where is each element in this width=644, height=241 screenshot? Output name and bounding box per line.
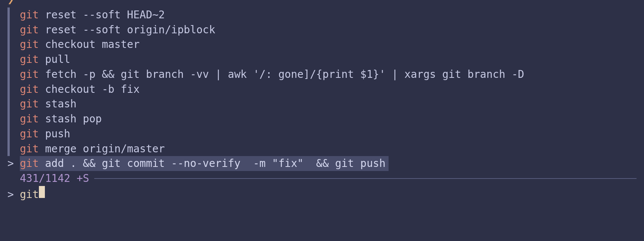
- empty-prompt-line: ❯: [7, 0, 644, 7]
- history-args: checkout master: [39, 38, 140, 51]
- history-item[interactable]: git reset --soft origin/ipblock: [20, 22, 644, 37]
- prompt-chevron-icon: ❯: [7, 0, 14, 7]
- history-args: stash: [39, 98, 77, 110]
- history-cmd: git: [20, 68, 39, 80]
- history-item[interactable]: git reset --soft HEAD~2: [20, 7, 644, 22]
- history-item[interactable]: git fetch -p && git branch -vv | awk '/:…: [20, 67, 644, 82]
- history-item[interactable]: git stash: [20, 97, 644, 112]
- history-item[interactable]: git stash pop: [20, 112, 644, 126]
- history-cmd: git: [20, 143, 39, 155]
- history-cmd: git: [20, 53, 39, 65]
- selected-args: add . && git commit --no-verify -m "fix"…: [39, 157, 386, 170]
- history-item[interactable]: git merge origin/master: [20, 141, 644, 156]
- selection-marker-icon: >: [7, 156, 20, 171]
- history-item[interactable]: git pull: [20, 52, 644, 67]
- selected-cmd: git: [20, 157, 39, 170]
- history-counter-line: 431/1142 +S: [7, 171, 644, 186]
- history-cmd: git: [20, 128, 39, 140]
- history-args: stash pop: [39, 113, 102, 125]
- history-cmd: git: [20, 98, 39, 110]
- horizontal-rule: [94, 178, 637, 179]
- history-cmd: git: [20, 83, 39, 95]
- history-cmd: git: [20, 113, 39, 125]
- search-input-line[interactable]: > git: [7, 186, 644, 202]
- history-args: reset --soft origin/ipblock: [39, 24, 215, 36]
- history-args: push: [39, 128, 70, 140]
- history-item[interactable]: git checkout -b fix: [20, 82, 644, 97]
- selected-history-item[interactable]: > git add . && git commit --no-verify -m…: [7, 156, 644, 171]
- history-args: reset --soft HEAD~2: [39, 9, 165, 21]
- history-cmd: git: [20, 24, 39, 36]
- history-item[interactable]: git checkout master: [20, 37, 644, 52]
- history-args: pull: [39, 53, 70, 65]
- history-item[interactable]: git push: [20, 126, 644, 141]
- terminal-viewport[interactable]: via 🐍 v19.2.0 ❯ git reset --soft HEAD~2 …: [0, 0, 644, 202]
- history-args: checkout -b fix: [39, 83, 140, 95]
- history-left-bar: [7, 7, 10, 156]
- search-input[interactable]: git: [20, 187, 39, 202]
- input-prompt-icon: >: [7, 187, 20, 202]
- history-lines-container: git reset --soft HEAD~2 git reset --soft…: [20, 7, 644, 156]
- history-counter: 431/1142 +S: [20, 171, 89, 186]
- cursor-block: [39, 186, 45, 198]
- history-args: merge origin/master: [39, 143, 165, 155]
- history-suggestions-block: git reset --soft HEAD~2 git reset --soft…: [7, 7, 644, 156]
- history-cmd: git: [20, 38, 39, 51]
- history-cmd: git: [20, 9, 39, 21]
- history-args: fetch -p && git branch -vv | awk '/: gon…: [39, 68, 524, 80]
